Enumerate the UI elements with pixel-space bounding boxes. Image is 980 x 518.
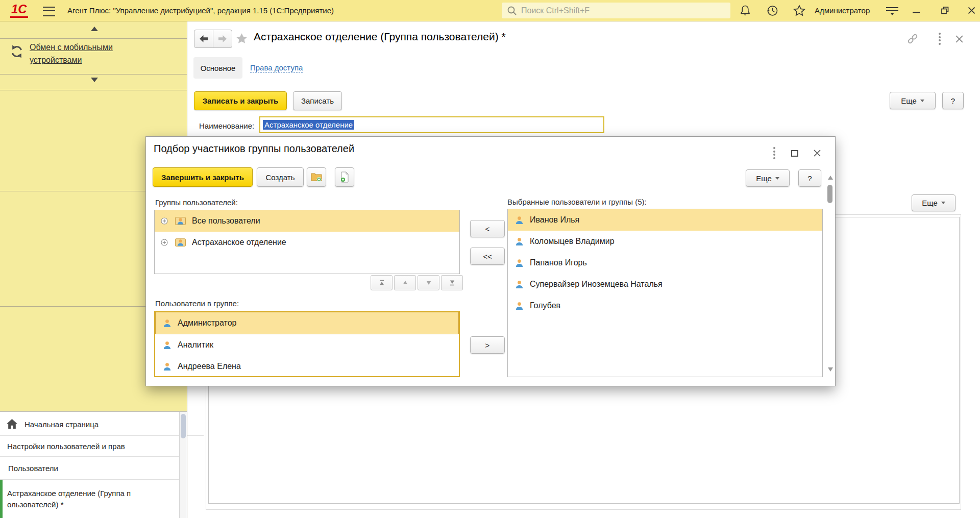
dialog-menu-kebab-icon[interactable] [768, 147, 781, 159]
user-row[interactable]: Андреева Елена [156, 356, 458, 377]
titlebar: 1С Агент Плюс: "Управление дистрибуцией"… [0, 0, 980, 21]
reorder-buttons [369, 275, 463, 290]
app-window: 1С Агент Плюс: "Управление дистрибуцией"… [0, 0, 980, 518]
person-icon [515, 237, 524, 246]
restore-button[interactable] [937, 3, 952, 17]
person-icon [515, 302, 524, 310]
app-title: Агент Плюс: "Управление дистрибуцией", р… [67, 0, 334, 21]
copy-link-icon[interactable] [906, 32, 919, 45]
dialog-scrollbar[interactable] [827, 175, 834, 373]
form-title: Астраханское отделение (Группа пользоват… [254, 31, 506, 43]
sidebar-collapse-up-icon[interactable] [91, 27, 98, 31]
person-icon [163, 341, 172, 350]
nav-active-user-group[interactable]: Астраханское отделение (Группа пользоват… [0, 480, 186, 518]
scrollbar-thumb[interactable] [827, 185, 832, 203]
create-button[interactable]: Создать [257, 167, 304, 187]
expand-icon[interactable] [161, 239, 168, 246]
user-menu-icon[interactable] [885, 4, 900, 18]
dialog-help-button[interactable]: ? [798, 169, 821, 187]
chevron-down-icon [920, 100, 924, 102]
dialog-title: Подбор участников группы пользователей [154, 143, 354, 155]
create-user-button[interactable] [335, 167, 354, 187]
group-row[interactable]: Все пользователи [155, 210, 459, 232]
home-icon [6, 418, 18, 431]
person-icon [515, 280, 524, 289]
member-selection-dialog: Подбор участников группы пользователей З… [145, 136, 836, 386]
forward-button[interactable] [213, 30, 232, 47]
move-up-button[interactable] [394, 275, 416, 290]
move-top-button[interactable] [371, 275, 393, 290]
person-icon [163, 319, 172, 328]
form-star-icon[interactable] [235, 32, 249, 47]
nav-users[interactable]: Пользователи [0, 457, 187, 480]
finish-and-close-button[interactable]: Завершить и закрыть [153, 167, 253, 187]
user-row[interactable]: Аналитик [156, 334, 458, 356]
selected-users-label: Выбранные пользователи и группы (5): [507, 198, 647, 206]
selected-user-row[interactable]: Супервайзер Иноземцева Наталья [508, 274, 822, 295]
close-button[interactable] [964, 3, 979, 17]
chevron-down-icon [775, 177, 779, 180]
move-all-left-button[interactable]: << [470, 248, 505, 265]
notifications-bell-icon[interactable] [738, 4, 753, 18]
user-group-icon [175, 238, 186, 247]
sidebar-collapse-down-icon[interactable] [91, 78, 98, 82]
search-icon [507, 6, 517, 16]
selected-user-row[interactable]: Голубев [508, 295, 822, 316]
sidebar-divider [0, 74, 187, 75]
save-and-close-button[interactable]: Записать и закрыть [194, 91, 287, 110]
sidebar-divider [0, 90, 187, 90]
scroll-up-icon[interactable] [828, 176, 833, 180]
scrollbar-thumb[interactable] [181, 414, 186, 438]
nav-home[interactable]: Начальная страница [0, 413, 204, 436]
1c-logo: 1С [10, 2, 28, 18]
minimize-button[interactable] [909, 3, 924, 17]
move-left-button[interactable]: < [470, 220, 505, 237]
nav-user-settings[interactable]: Настройки пользователей и прав [0, 436, 186, 457]
person-icon [515, 216, 524, 225]
move-right-button[interactable]: > [470, 336, 505, 354]
back-button[interactable] [194, 30, 213, 47]
selected-user-row[interactable]: Папанов Игорь [508, 252, 822, 274]
dialog-more-button[interactable]: Еще [746, 169, 790, 187]
expand-icon[interactable] [161, 217, 168, 225]
sync-icon [9, 44, 24, 61]
tab-main[interactable]: Основное [193, 57, 242, 79]
form-help-button[interactable]: ? [942, 92, 964, 109]
create-group-button[interactable] [307, 167, 326, 187]
move-down-button[interactable] [418, 275, 439, 290]
form-menu-kebab-icon[interactable] [933, 32, 946, 45]
current-user[interactable]: Администратор [815, 0, 870, 21]
folder-add-icon [311, 172, 322, 182]
form-close-icon[interactable] [952, 32, 966, 45]
sidebar-link-mobile-exchange[interactable]: Обмен с мобильными устройствами [30, 41, 150, 66]
user-row[interactable]: Администратор [156, 312, 458, 334]
file-add-icon [340, 171, 349, 183]
chevron-down-icon [941, 202, 945, 204]
bottomnav-scrollbar[interactable] [179, 412, 187, 518]
user-group-icon [175, 216, 186, 226]
name-input[interactable]: Астраханское отделение [259, 116, 604, 133]
selected-user-row[interactable]: Иванов Илья [508, 209, 822, 231]
form-nav-buttons [194, 30, 232, 48]
save-button[interactable]: Записать [293, 91, 342, 110]
selected-text: Астраханское отделение [263, 120, 354, 130]
scroll-down-icon[interactable] [828, 367, 833, 372]
history-icon[interactable] [765, 4, 780, 18]
favorites-star-icon[interactable] [792, 4, 807, 18]
search-input[interactable] [517, 6, 730, 16]
global-search[interactable] [502, 3, 730, 18]
person-icon [163, 362, 172, 371]
dialog-maximize-icon[interactable] [788, 147, 801, 159]
selected-user-row[interactable]: Коломыцев Владимир [508, 231, 822, 252]
group-row[interactable]: Астраханское отделение [155, 232, 459, 253]
list-more-button[interactable]: Еще [912, 194, 955, 211]
sidebar-divider [0, 38, 187, 39]
main-menu-icon[interactable] [43, 7, 55, 16]
dialog-close-icon[interactable] [811, 147, 824, 159]
form-more-button[interactable]: Еще [890, 92, 936, 109]
users-in-group-label: Пользователи в группе: [155, 299, 239, 308]
groups-list-label: Группы пользователей: [155, 198, 238, 207]
person-icon [515, 259, 524, 267]
move-bottom-button[interactable] [441, 275, 463, 290]
tab-access-rights[interactable]: Права доступа [250, 63, 303, 72]
